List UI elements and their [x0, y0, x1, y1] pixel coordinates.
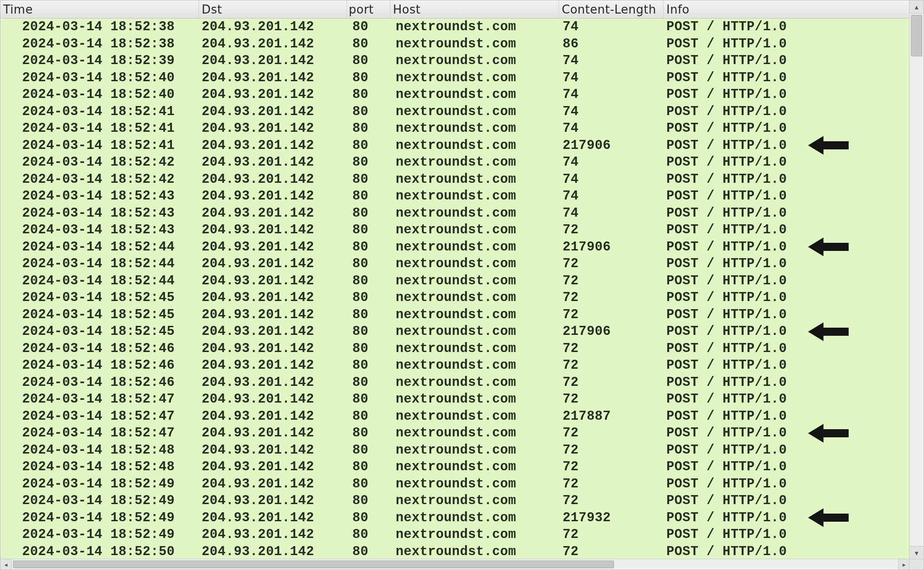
cell-info: POST / HTTP/1.0: [664, 357, 910, 374]
column-header-row: Time Dst port Host Content-Length Info: [0, 0, 910, 19]
cell-info: POST / HTTP/1.0: [664, 510, 910, 527]
cell-len: 217887: [559, 408, 664, 425]
cell-host: nextroundst.com: [390, 120, 559, 137]
cell-len: 72: [559, 374, 664, 391]
cell-dst: 204.93.201.142: [199, 442, 347, 459]
scroll-right-button[interactable]: ▸: [898, 559, 910, 570]
table-row[interactable]: 2024-03-14 18:52:47204.93.201.14280nextr…: [0, 391, 910, 408]
cell-len: 72: [559, 425, 664, 442]
cell-time: 2024-03-14 18:52:40: [0, 70, 199, 87]
table-row[interactable]: 2024-03-14 18:52:49204.93.201.14280nextr…: [0, 526, 910, 543]
cell-len: 72: [559, 306, 664, 324]
scroll-up-button[interactable]: ▴: [910, 0, 924, 14]
table-row[interactable]: 2024-03-14 18:52:47204.93.201.14280nextr…: [0, 408, 910, 425]
cell-port: 80: [347, 19, 390, 36]
table-row[interactable]: 2024-03-14 18:52:46204.93.201.14280nextr…: [0, 340, 910, 357]
cell-port: 80: [347, 510, 390, 527]
table-row[interactable]: 2024-03-14 18:52:49204.93.201.14280nextr…: [0, 510, 910, 527]
table-row[interactable]: 2024-03-14 18:52:38204.93.201.14280nextr…: [0, 36, 910, 53]
table-row[interactable]: 2024-03-14 18:52:43204.93.201.14280nextr…: [0, 222, 910, 239]
cell-dst: 204.93.201.142: [199, 137, 347, 154]
cell-len: 217906: [559, 137, 664, 154]
cell-info: POST / HTTP/1.0: [664, 289, 910, 306]
table-row[interactable]: 2024-03-14 18:52:50204.93.201.14280nextr…: [0, 543, 910, 560]
cell-time: 2024-03-14 18:52:46: [0, 374, 199, 391]
column-header-host[interactable]: Host: [390, 0, 559, 18]
cell-host: nextroundst.com: [390, 510, 559, 527]
cell-dst: 204.93.201.142: [199, 188, 347, 205]
cell-len: 72: [559, 255, 664, 273]
table-row[interactable]: 2024-03-14 18:52:42204.93.201.14280nextr…: [0, 154, 910, 171]
cell-len: 74: [559, 103, 664, 120]
scroll-left-button[interactable]: ◂: [0, 559, 12, 570]
column-header-port[interactable]: port: [347, 0, 390, 18]
cell-info: POST / HTTP/1.0: [664, 222, 910, 239]
table-row[interactable]: 2024-03-14 18:52:39204.93.201.14280nextr…: [0, 52, 910, 70]
cell-len: 74: [559, 154, 664, 171]
column-header-content-length[interactable]: Content-Length: [559, 0, 664, 18]
cell-len: 74: [559, 86, 664, 103]
cell-time: 2024-03-14 18:52:47: [0, 408, 199, 425]
table-row[interactable]: 2024-03-14 18:52:44204.93.201.14280nextr…: [0, 273, 910, 290]
table-row[interactable]: 2024-03-14 18:52:45204.93.201.14280nextr…: [0, 289, 910, 306]
cell-port: 80: [347, 391, 390, 408]
cell-port: 80: [347, 289, 390, 306]
cell-host: nextroundst.com: [390, 289, 559, 306]
cell-port: 80: [347, 239, 390, 256]
table-row[interactable]: 2024-03-14 18:52:43204.93.201.14280nextr…: [0, 205, 910, 222]
cell-host: nextroundst.com: [390, 459, 559, 476]
table-row[interactable]: 2024-03-14 18:52:46204.93.201.14280nextr…: [0, 374, 910, 391]
cell-len: 72: [559, 289, 664, 306]
table-row[interactable]: 2024-03-14 18:52:49204.93.201.14280nextr…: [0, 492, 910, 510]
table-row[interactable]: 2024-03-14 18:52:44204.93.201.14280nextr…: [0, 239, 910, 256]
table-row[interactable]: 2024-03-14 18:52:41204.93.201.14280nextr…: [0, 103, 910, 120]
cell-host: nextroundst.com: [390, 103, 559, 120]
packet-list-body[interactable]: 2024-03-14 18:52:38204.93.201.14280nextr…: [0, 19, 910, 559]
cell-dst: 204.93.201.142: [199, 543, 347, 560]
vertical-scroll-thumb[interactable]: [911, 15, 922, 56]
cell-time: 2024-03-14 18:52:40: [0, 86, 199, 103]
table-row[interactable]: 2024-03-14 18:52:44204.93.201.14280nextr…: [0, 255, 910, 273]
table-row[interactable]: 2024-03-14 18:52:47204.93.201.14280nextr…: [0, 425, 910, 442]
cell-host: nextroundst.com: [390, 36, 559, 53]
column-header-dst[interactable]: Dst: [199, 0, 347, 18]
cell-time: 2024-03-14 18:52:43: [0, 222, 199, 239]
table-row[interactable]: 2024-03-14 18:52:48204.93.201.14280nextr…: [0, 442, 910, 459]
table-row[interactable]: 2024-03-14 18:52:42204.93.201.14280nextr…: [0, 171, 910, 188]
cell-len: 74: [559, 52, 664, 70]
table-row[interactable]: 2024-03-14 18:52:49204.93.201.14280nextr…: [0, 476, 910, 493]
cell-port: 80: [347, 408, 390, 425]
cell-info: POST / HTTP/1.0: [664, 188, 910, 205]
table-row[interactable]: 2024-03-14 18:52:45204.93.201.14280nextr…: [0, 306, 910, 324]
table-row[interactable]: 2024-03-14 18:52:43204.93.201.14280nextr…: [0, 188, 910, 205]
table-row[interactable]: 2024-03-14 18:52:40204.93.201.14280nextr…: [0, 70, 910, 87]
horizontal-scroll-thumb[interactable]: [13, 561, 614, 568]
scroll-down-button[interactable]: ▾: [910, 546, 924, 559]
horizontal-scrollbar[interactable]: ◂ ▸: [0, 559, 910, 570]
table-row[interactable]: 2024-03-14 18:52:41204.93.201.14280nextr…: [0, 137, 910, 154]
column-header-info[interactable]: Info: [664, 0, 910, 18]
cell-info: POST / HTTP/1.0: [664, 526, 910, 543]
cell-info: POST / HTTP/1.0: [664, 374, 910, 391]
cell-len: 74: [559, 171, 664, 188]
table-row[interactable]: 2024-03-14 18:52:48204.93.201.14280nextr…: [0, 459, 910, 476]
table-row[interactable]: 2024-03-14 18:52:38204.93.201.14280nextr…: [0, 19, 910, 36]
cell-port: 80: [347, 222, 390, 239]
vertical-scrollbar[interactable]: ▴ ▾: [909, 0, 924, 559]
cell-info: POST / HTTP/1.0: [664, 442, 910, 459]
cell-info: POST / HTTP/1.0: [664, 543, 910, 560]
cell-host: nextroundst.com: [390, 306, 559, 324]
cell-port: 80: [347, 526, 390, 543]
table-row[interactable]: 2024-03-14 18:52:41204.93.201.14280nextr…: [0, 120, 910, 137]
cell-time: 2024-03-14 18:52:41: [0, 103, 199, 120]
cell-dst: 204.93.201.142: [199, 222, 347, 239]
table-row[interactable]: 2024-03-14 18:52:40204.93.201.14280nextr…: [0, 86, 910, 103]
cell-time: 2024-03-14 18:52:48: [0, 459, 199, 476]
cell-port: 80: [347, 103, 390, 120]
table-row[interactable]: 2024-03-14 18:52:45204.93.201.14280nextr…: [0, 323, 910, 340]
cell-time: 2024-03-14 18:52:47: [0, 391, 199, 408]
column-header-time[interactable]: Time: [0, 0, 199, 18]
cell-host: nextroundst.com: [390, 171, 559, 188]
cell-dst: 204.93.201.142: [199, 408, 347, 425]
table-row[interactable]: 2024-03-14 18:52:46204.93.201.14280nextr…: [0, 357, 910, 374]
